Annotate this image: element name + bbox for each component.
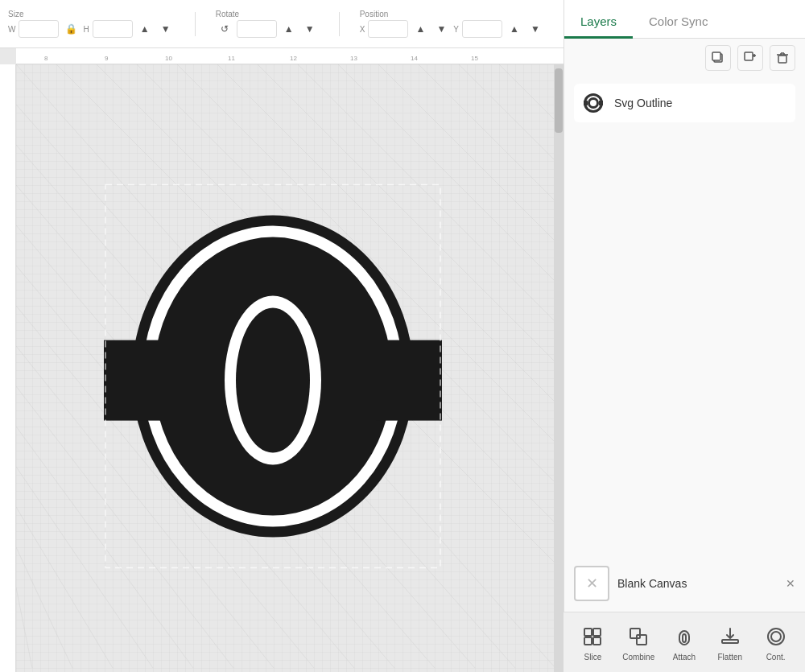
rotate-ccw-icon[interactable]: ↺ [216, 20, 233, 38]
blank-canvas-area: ✕ Blank Canvas ✕ [564, 559, 805, 608]
size-group: Size W 🔒 H ▲ ▼ [8, 10, 175, 38]
x-up-icon[interactable]: ▲ [411, 20, 429, 38]
blank-canvas-close-button[interactable]: ✕ [786, 577, 795, 590]
divider-2 [339, 12, 340, 36]
ruler-mark-10: 10 [165, 55, 172, 62]
add-layer-button[interactable] [737, 45, 763, 71]
contour-tool[interactable]: Cont. [758, 624, 794, 662]
delete-layer-button[interactable] [770, 45, 795, 71]
grid-canvas[interactable] [16, 64, 564, 672]
svg-rect-57 [630, 629, 640, 638]
layers-list: Svg Outline [564, 77, 805, 129]
ruler-mark-11: 11 [228, 55, 235, 62]
ruler-mark-15: 15 [471, 55, 478, 62]
scrollbar-thumb[interactable] [555, 68, 563, 133]
flatten-tool[interactable]: Flatten [712, 624, 748, 662]
height-input[interactable] [93, 20, 133, 38]
combine-label: Combine [622, 653, 654, 662]
attach-tool[interactable]: Attach [667, 624, 702, 662]
scrollbar-vertical[interactable] [554, 64, 564, 672]
layer-toolbar [564, 39, 805, 77]
svg-rect-56 [593, 637, 601, 645]
ruler-mark-13: 13 [350, 55, 357, 62]
size-down-icon[interactable]: ▼ [157, 20, 175, 38]
position-label: Position [360, 10, 389, 19]
svg-rect-52 [599, 101, 603, 105]
rotate-group: Rotate ↺ ▲ ▼ [216, 10, 319, 38]
design-element[interactable] [104, 183, 442, 569]
combine-tool[interactable]: Combine [621, 624, 656, 662]
svg-point-61 [771, 632, 781, 641]
combine-icon [625, 624, 651, 649]
tab-layers[interactable]: Layers [564, 6, 633, 39]
slice-icon [580, 624, 605, 649]
layer-item-icon [580, 90, 606, 116]
ruler-horizontal: 8 9 10 11 12 13 14 15 [16, 48, 564, 64]
rotate-up-icon[interactable]: ▲ [280, 20, 298, 38]
svg-rect-39 [745, 52, 753, 60]
tab-color-sync[interactable]: Color Sync [633, 6, 724, 39]
position-inputs: X ▲ ▼ Y ▲ ▼ [360, 20, 544, 38]
w-label: W [8, 25, 15, 34]
svg-rect-58 [637, 635, 646, 645]
svg-rect-59 [722, 640, 738, 643]
svg-rect-42 [778, 56, 786, 63]
bottom-toolbar: Slice Combine Attach [564, 612, 805, 672]
rotate-inputs: ↺ ▲ ▼ [216, 20, 319, 38]
flatten-icon [717, 624, 743, 649]
x-input[interactable] [368, 20, 408, 38]
svg-rect-38 [712, 52, 720, 60]
rotate-input[interactable] [237, 20, 277, 38]
attach-icon [671, 624, 697, 649]
tabs-container: Layers Color Sync [564, 0, 805, 39]
x-label: X [360, 25, 365, 34]
blank-canvas-thumbnail: ✕ [574, 566, 609, 601]
contour-icon [763, 624, 789, 649]
size-label: Size [8, 10, 23, 19]
ruler-mark-14: 14 [411, 55, 418, 62]
divider-1 [195, 12, 196, 36]
x-down-icon[interactable]: ▼ [432, 20, 450, 38]
blank-canvas-x-icon: ✕ [586, 575, 598, 592]
size-up-icon[interactable]: ▲ [136, 20, 154, 38]
svg-rect-54 [593, 629, 601, 636]
svg-point-35 [236, 307, 310, 452]
svg-rect-55 [584, 637, 592, 645]
canvas-area[interactable]: 8 9 10 11 12 13 14 15 [0, 48, 564, 672]
position-group: Position X ▲ ▼ Y ▲ ▼ [360, 10, 544, 38]
ruler-mark-9: 9 [105, 55, 108, 62]
svg-rect-51 [584, 101, 588, 105]
h-label: H [83, 25, 89, 34]
svg-point-50 [590, 100, 597, 106]
rotate-down-icon[interactable]: ▼ [301, 20, 319, 38]
duplicate-layer-button[interactable] [705, 45, 731, 71]
layer-item-svg-outline[interactable]: Svg Outline [574, 84, 795, 122]
y-down-icon[interactable]: ▼ [526, 20, 544, 38]
y-up-icon[interactable]: ▲ [506, 20, 523, 38]
ruler-mark-8: 8 [44, 55, 47, 62]
svg-rect-33 [376, 340, 442, 420]
size-inputs: W 🔒 H ▲ ▼ [8, 20, 175, 38]
rotate-label: Rotate [216, 10, 239, 19]
ruler-vertical [0, 64, 16, 672]
contour-label: Cont. [766, 653, 786, 662]
width-input[interactable] [19, 20, 59, 38]
layer-item-name: Svg Outline [614, 97, 672, 109]
slice-label: Slice [584, 653, 602, 662]
flatten-label: Flatten [717, 653, 742, 662]
right-panel: Layers Color Sync [564, 0, 805, 672]
svg-rect-32 [104, 340, 168, 420]
slice-tool[interactable]: Slice [575, 624, 610, 662]
svg-rect-53 [584, 629, 592, 636]
lock-aspect-icon[interactable]: 🔒 [62, 20, 80, 38]
y-input[interactable] [462, 20, 502, 38]
y-label: Y [453, 25, 459, 34]
attach-label: Attach [673, 653, 696, 662]
ruler-mark-12: 12 [290, 55, 297, 62]
blank-canvas-label: Blank Canvas [617, 577, 687, 590]
